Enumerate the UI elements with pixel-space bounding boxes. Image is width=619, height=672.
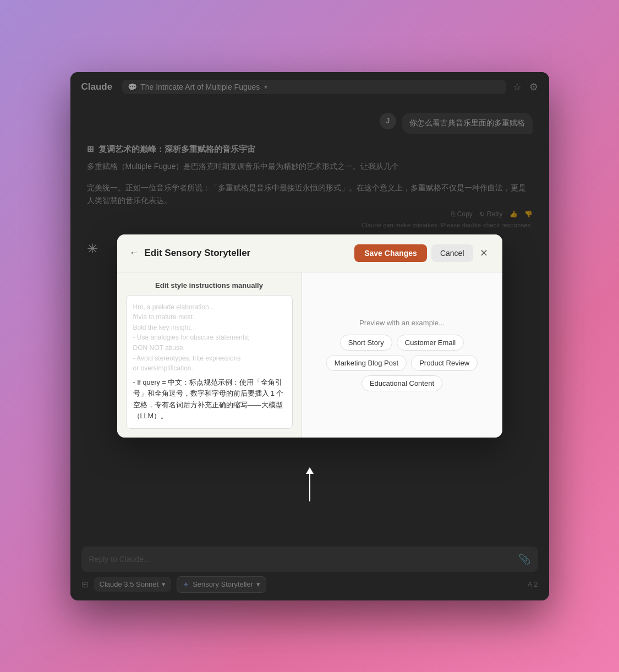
arrow-line xyxy=(309,474,310,501)
close-button[interactable]: ✕ xyxy=(478,245,490,261)
back-icon: ← xyxy=(129,247,139,259)
save-changes-button[interactable]: Save Changes xyxy=(354,244,427,262)
modal-title: Edit Sensory Storyteller xyxy=(145,248,355,259)
textarea-visible-content: - If query = 中文：标点规范示例：使用「全角引号」和全角逗号，数字和… xyxy=(133,379,284,420)
modal-back-button[interactable]: ← xyxy=(129,247,139,259)
edit-panel-label: Edit style instructions manually xyxy=(126,281,293,289)
app-window: Claude 💬 The Intricate Art of Multiple F… xyxy=(70,72,549,600)
modal-body: Edit style instructions manually Hm, a p… xyxy=(117,272,502,438)
modal-header: ← Edit Sensory Storyteller Save Changes … xyxy=(117,234,502,272)
edit-panel: Edit style instructions manually Hm, a p… xyxy=(117,272,302,438)
chip-educational-content[interactable]: Educational Content xyxy=(361,375,442,391)
modal-overlay: ← Edit Sensory Storyteller Save Changes … xyxy=(70,72,549,600)
textarea-faded-content: Hm, a prelude elaboration...frivia to ma… xyxy=(133,302,286,374)
chip-customer-email[interactable]: Customer Email xyxy=(397,335,464,351)
cancel-button[interactable]: Cancel xyxy=(431,244,473,262)
preview-panel: Preview with an example... Short Story C… xyxy=(302,272,502,438)
arrow-head xyxy=(306,467,314,474)
edit-textarea[interactable]: Hm, a prelude elaboration...frivia to ma… xyxy=(126,295,293,429)
arrow-indicator xyxy=(306,467,314,501)
chip-marketing-blog[interactable]: Marketing Blog Post xyxy=(326,355,407,371)
chip-short-story[interactable]: Short Story xyxy=(340,335,392,351)
preview-label: Preview with an example... xyxy=(311,319,494,327)
modal: ← Edit Sensory Storyteller Save Changes … xyxy=(117,234,502,438)
chip-product-review[interactable]: Product Review xyxy=(411,355,478,371)
preview-chips: Short Story Customer Email Marketing Blo… xyxy=(311,335,494,391)
